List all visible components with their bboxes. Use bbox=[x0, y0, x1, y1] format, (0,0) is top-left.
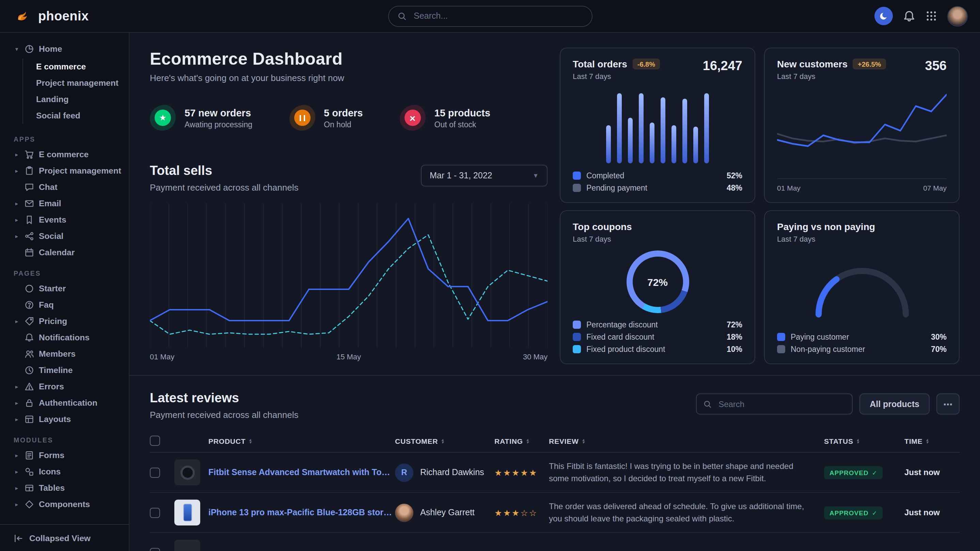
sidebar-item-pricing[interactable]: ▸Pricing bbox=[0, 313, 129, 329]
global-search[interactable] bbox=[388, 5, 592, 27]
legend-value: 18% bbox=[727, 333, 742, 341]
all-products-button[interactable]: All products bbox=[859, 394, 930, 414]
sidebar-item-social[interactable]: ▸Social bbox=[0, 228, 129, 245]
dashboard-left-column: Ecommerce Dashboard Here's what's going … bbox=[150, 48, 547, 364]
pie-chart-icon bbox=[24, 44, 34, 54]
sidebar-item-email[interactable]: ▸Email bbox=[0, 195, 129, 212]
x-tick: 07 May bbox=[923, 184, 947, 192]
total-orders-card: Total orders -6.8% Last 7 days 16,247 Co… bbox=[560, 48, 755, 203]
reviews-search-input[interactable] bbox=[717, 399, 845, 410]
column-header-customer[interactable]: CUSTOMER▴▾ bbox=[395, 437, 495, 445]
reviews-table: PRODUCT▴▾CUSTOMER▴▾RATING▴▾REVIEW▴▾STATU… bbox=[150, 429, 959, 551]
collapse-view-label: Collapsed View bbox=[29, 533, 91, 543]
sidebar-item-components[interactable]: ▸Components bbox=[0, 496, 129, 513]
legend-row: Paying customer30% bbox=[777, 333, 947, 341]
paying-gauge bbox=[811, 261, 913, 319]
row-checkbox[interactable] bbox=[150, 467, 160, 478]
product-link[interactable]: iPhone 13 pro max-Pacific Blue-128GB sto… bbox=[208, 508, 395, 517]
table-row bbox=[150, 533, 959, 551]
more-options-button[interactable]: ⋯ bbox=[936, 394, 959, 414]
x-tick: 01 May bbox=[150, 353, 174, 361]
sidebar-item-project-management[interactable]: ▸Project management bbox=[0, 163, 129, 179]
rating-stars: ★★★★★ bbox=[495, 467, 549, 478]
bar bbox=[639, 94, 644, 164]
product-thumbnail bbox=[174, 540, 200, 551]
bell-icon bbox=[903, 10, 915, 22]
sidebar-item-landing[interactable]: Landing bbox=[36, 91, 129, 108]
sidebar-item-chat[interactable]: ▸Chat bbox=[0, 179, 129, 195]
sidebar-item-icons[interactable]: ▸Icons bbox=[0, 464, 129, 480]
sidebar-item-label: Timeline bbox=[39, 365, 73, 375]
sidebar-item-home[interactable]: ▾ Home bbox=[0, 41, 129, 57]
total-sells-subtitle: Payment received across all channels bbox=[150, 183, 298, 193]
sidebar-item-tables[interactable]: ▸Tables bbox=[0, 480, 129, 496]
legend-row: Percentage discount72% bbox=[573, 321, 742, 329]
date-range-select[interactable]: Mar 1 - 31, 2022 ▼ bbox=[421, 165, 547, 186]
top-coupons-card: Top coupons Last 7 days 72% Percentage d… bbox=[560, 210, 755, 364]
sidebar-item-project-management[interactable]: Project management bbox=[36, 75, 129, 91]
sidebar-item-layouts[interactable]: ▸Layouts bbox=[0, 411, 129, 427]
users-icon bbox=[24, 349, 34, 359]
question-icon bbox=[24, 300, 34, 310]
sidebar-item-events[interactable]: ▸Events bbox=[0, 212, 129, 228]
cross-badge-icon: × bbox=[400, 105, 426, 131]
legend-value: 72% bbox=[727, 321, 742, 329]
collapse-view-button[interactable]: Collapsed View bbox=[0, 524, 129, 551]
legend-swatch bbox=[573, 184, 581, 192]
row-checkbox[interactable] bbox=[150, 548, 160, 551]
select-all-checkbox[interactable] bbox=[150, 436, 160, 446]
user-avatar[interactable] bbox=[947, 6, 968, 26]
top-navbar: phoenix bbox=[0, 0, 980, 33]
sidebar-item-label: Notifications bbox=[39, 333, 89, 342]
theme-toggle-button[interactable] bbox=[875, 7, 893, 25]
product-thumbnail[interactable] bbox=[174, 500, 200, 526]
card-value: 356 bbox=[925, 59, 947, 73]
column-header-review[interactable]: REVIEW▴▾ bbox=[549, 437, 824, 445]
sidebar-item-calendar[interactable]: ▸Calendar bbox=[0, 245, 129, 261]
sidebar-item-e-commerce[interactable]: ▸E commerce bbox=[0, 146, 129, 163]
clock-icon bbox=[24, 365, 34, 375]
sidebar-item-starter[interactable]: ▸Starter bbox=[0, 280, 129, 297]
table-row: iPhone 13 pro max-Pacific Blue-128GB sto… bbox=[150, 493, 959, 533]
notifications-button[interactable] bbox=[903, 10, 915, 22]
caret-right-icon: ▸ bbox=[14, 468, 20, 475]
dashboard-cards: Total orders -6.8% Last 7 days 16,247 Co… bbox=[560, 48, 959, 364]
legend-row: Fixed card discount18% bbox=[573, 333, 742, 341]
apps-grid-button[interactable] bbox=[926, 10, 937, 22]
reviews-table-head: PRODUCT▴▾CUSTOMER▴▾RATING▴▾REVIEW▴▾STATU… bbox=[150, 429, 959, 453]
sidebar-item-members[interactable]: ▸Members bbox=[0, 346, 129, 362]
sidebar-item-notifications[interactable]: ▸Notifications bbox=[0, 329, 129, 346]
top-coupons-donut: 72% bbox=[626, 251, 689, 313]
sidebar-item-authentication[interactable]: ▸Authentication bbox=[0, 395, 129, 411]
legend-row: Non-paying customer70% bbox=[777, 345, 947, 353]
card-period: Last 7 days bbox=[573, 72, 660, 80]
sidebar-item-forms[interactable]: ▸Forms bbox=[0, 447, 129, 464]
row-checkbox[interactable] bbox=[150, 507, 160, 518]
column-header-time[interactable]: TIME▴▾ bbox=[904, 437, 959, 445]
column-header-status[interactable]: STATUS▴▾ bbox=[824, 437, 904, 445]
brand-logo[interactable]: phoenix bbox=[15, 8, 89, 24]
caret-right-icon: ▸ bbox=[14, 151, 20, 158]
card-value: 16,247 bbox=[703, 59, 742, 73]
stat-caption: Awating processing bbox=[185, 120, 252, 128]
sidebar-section-label: APPS bbox=[0, 127, 129, 146]
search-icon bbox=[703, 400, 712, 408]
sidebar-item-faq[interactable]: ▸Faq bbox=[0, 297, 129, 313]
column-header-rating[interactable]: RATING▴▾ bbox=[495, 437, 549, 445]
main-content: Ecommerce Dashboard Here's what's going … bbox=[129, 33, 980, 551]
product-thumbnail[interactable] bbox=[174, 459, 200, 485]
chat-icon bbox=[24, 183, 34, 192]
product-link[interactable]: Fitbit Sense Advanced Smartwatch with To… bbox=[208, 468, 395, 477]
sidebar-item-e-commerce[interactable]: E commerce bbox=[36, 59, 129, 75]
table-row: Fitbit Sense Advanced Smartwatch with To… bbox=[150, 453, 959, 493]
share-icon bbox=[24, 232, 34, 241]
sidebar-item-timeline[interactable]: ▸Timeline bbox=[0, 362, 129, 378]
column-header-product[interactable]: PRODUCT▴▾ bbox=[174, 437, 395, 445]
sidebar-item-label: Icons bbox=[39, 467, 60, 476]
sidebar-item-errors[interactable]: ▸Errors bbox=[0, 378, 129, 395]
sidebar-item-social-feed[interactable]: Social feed bbox=[36, 108, 129, 124]
search-input[interactable] bbox=[412, 11, 582, 21]
collapse-left-icon bbox=[14, 533, 23, 543]
reviews-search[interactable] bbox=[696, 394, 853, 414]
page-title: Ecommerce Dashboard bbox=[150, 48, 547, 70]
